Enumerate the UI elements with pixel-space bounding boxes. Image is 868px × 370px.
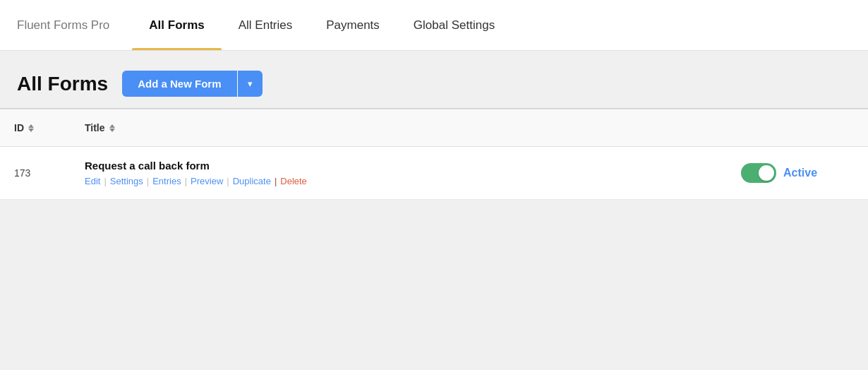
col-header-id[interactable]: ID xyxy=(0,109,71,147)
form-title: Request a call back form xyxy=(85,160,713,172)
action-delete[interactable]: Delete xyxy=(280,176,307,186)
add-form-button-group: Add a New Form ▾ xyxy=(122,71,262,97)
sep-2: | xyxy=(147,176,149,186)
action-settings[interactable]: Settings xyxy=(110,176,143,186)
nav-items: All Forms All Entries Payments Global Se… xyxy=(132,0,512,50)
cell-id: 173 xyxy=(0,147,71,200)
cell-status: Active xyxy=(727,147,868,200)
chevron-down-icon: ▾ xyxy=(248,78,253,89)
status-toggle-wrapper: Active xyxy=(741,163,854,183)
cell-title: Request a call back form Edit | Settings… xyxy=(71,147,727,200)
page-header: All Forms Add a New Form ▾ xyxy=(0,51,868,109)
add-form-button[interactable]: Add a New Form xyxy=(122,71,236,97)
nav-item-all-entries[interactable]: All Entries xyxy=(222,0,310,50)
col-header-title[interactable]: Title xyxy=(71,109,727,147)
nav-item-all-forms[interactable]: All Forms xyxy=(132,0,221,50)
sort-icon-title xyxy=(109,124,115,132)
sep-5: | xyxy=(275,176,277,186)
form-actions: Edit | Settings | Entries | Preview | Du… xyxy=(85,176,713,186)
top-nav: Fluent Forms Pro All Forms All Entries P… xyxy=(0,0,868,51)
col-header-status xyxy=(727,109,868,147)
page-title: All Forms xyxy=(17,73,108,95)
sep-1: | xyxy=(104,176,106,186)
toggle-slider xyxy=(741,163,776,183)
nav-item-global-settings[interactable]: Global Settings xyxy=(397,0,512,50)
sep-3: | xyxy=(185,176,187,186)
forms-table: ID Title xyxy=(0,109,868,200)
status-toggle[interactable] xyxy=(741,163,776,183)
brand-label: Fluent Forms Pro xyxy=(17,0,132,50)
action-preview[interactable]: Preview xyxy=(191,176,223,186)
action-duplicate[interactable]: Duplicate xyxy=(233,176,271,186)
add-form-dropdown-button[interactable]: ▾ xyxy=(238,71,263,97)
forms-table-container: ID Title xyxy=(0,109,868,200)
table-row: 173 Request a call back form Edit | Sett… xyxy=(0,147,868,200)
status-label: Active xyxy=(783,167,817,179)
sort-icon-id xyxy=(28,124,34,132)
table-header-row: ID Title xyxy=(0,109,868,147)
action-edit[interactable]: Edit xyxy=(85,176,100,186)
nav-item-payments[interactable]: Payments xyxy=(309,0,397,50)
action-entries[interactable]: Entries xyxy=(152,176,181,186)
sep-4: | xyxy=(227,176,229,186)
